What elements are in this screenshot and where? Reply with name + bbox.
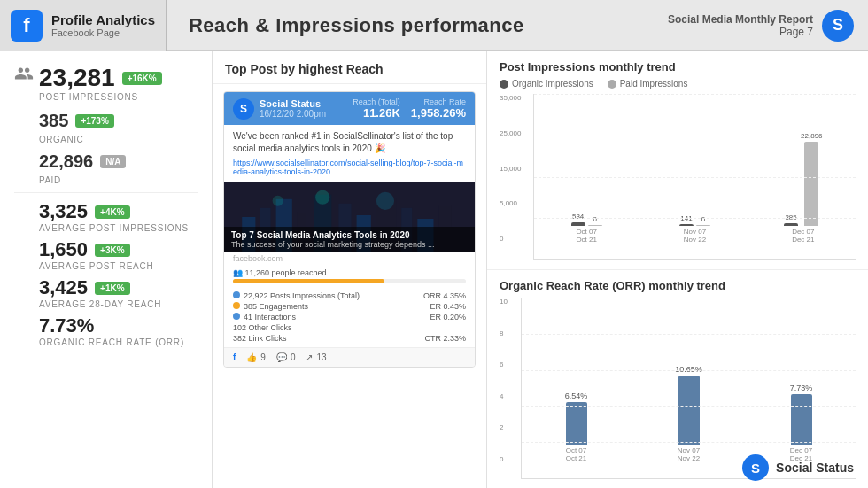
avg-post-impressions-label: AVERAGE POST IMPRESSIONS [14,223,198,233]
stat-label-1: 22,922 Posts Impressions (Total) [233,291,360,300]
bar-pair-nov: 141 0 [679,214,710,226]
orr-grid-top [522,298,856,298]
dec-paid-bar [804,142,818,226]
paid-metric: 22,896 N/A [39,151,198,172]
y-label-0: 0 [500,235,521,243]
people-icon-small: 👥 [233,268,245,277]
reach-stat: Reach (Total) 11.26K [353,97,400,120]
orr-group-oct: 6.54% Oct 07 Oct 21 [529,391,624,462]
post-date: 16/12/20 2:00pm [260,109,326,119]
facebook-icon: f [11,10,43,42]
legend-organic: Organic Impressions [500,79,593,89]
legend-paid: Paid Impressions [608,79,688,89]
footer: S Social Status [742,454,854,481]
impressions-chart-container: 35,000 25,000 15,000 5,000 0 [533,94,856,260]
post-impressions-section: 23,281 +16K% POST IMPRESSIONS [14,64,198,102]
report-info: Social Media Monthly Report Page 7 S [668,10,868,42]
grid-line-top [534,94,856,95]
middle-panel-title: Top Post by highest Reach [213,51,486,84]
post-link[interactable]: https://www.socialsellinator.com/social-… [233,159,466,176]
bar-pair-dec: 385 22,896 [784,132,822,226]
nov-paid-label: 0 [701,215,705,223]
paid-label: PAID [14,175,198,185]
orr-y-axis: 10 8 6 4 2 0 [500,298,508,463]
avg-post-reach-badge: +3K% [95,244,130,257]
left-panel: 23,281 +16K% POST IMPRESSIONS 385 +173% … [0,51,213,488]
svg-point-13 [273,196,283,206]
stat-value-1: ORR 4.35% [423,291,466,300]
post-source: facebook.com [224,252,475,265]
bar-dec-paid: 22,896 [801,132,822,226]
avg-post-reach-row: 1,650 +3K% [14,238,198,261]
orr-dec-date1: Dec 07 [790,446,812,454]
svg-point-12 [315,190,329,205]
impressions-legend: Organic Impressions Paid Impressions [500,79,856,89]
impressions-chart-title: Post Impressions monthly trend [500,60,856,74]
middle-panel: Top Post by highest Reach S Social Statu… [213,51,487,488]
stat-label-3: 41 Interactions [233,313,296,321]
orr-oct-date1: Oct 07 [566,446,587,454]
orr-value: 7.73% [39,314,94,337]
stat-row-2: 385 Engagements ER 0.43% [233,301,466,312]
likes-action[interactable]: 👍 9 [246,352,266,362]
oct-label2: Oct 21 [576,236,597,244]
orr-grid-80 [522,442,856,443]
stat-value-3: ER 0.20% [430,313,466,321]
orr-oct-label: 6.54% [565,391,588,400]
orr-grid-40 [522,370,856,371]
orr-oct-date2: Oct 21 [566,454,587,462]
orr-oct-bar [566,402,587,445]
comments-count: 0 [291,352,296,362]
nov-organic-bar [679,224,694,226]
comments-action[interactable]: 💬 0 [276,352,296,362]
report-line1: Social Media Monthly Report [668,13,813,26]
organic-badge: +173% [75,114,113,128]
post-avatar: S [233,98,254,120]
orr-dec-bar [791,394,812,445]
bar-group-oct: 534 0 Oct 07 Oct 21 [541,213,632,244]
divider1 [14,192,198,193]
stat-value-2: ER 0.43% [430,302,466,311]
orr-bar-area: 6.54% Oct 07 Oct 21 10.65% Nov 07 N [521,298,856,479]
post-impressions-value: 23,281 [39,64,115,92]
post-impressions-label: POST IMPRESSIONS [14,92,198,102]
stat-row-1: 22,922 Posts Impressions (Total) ORR 4.3… [233,290,466,301]
y-axis-labels: 35,000 25,000 15,000 5,000 0 [500,94,521,243]
orr-bar-oct: 6.54% [565,391,588,445]
shares-action[interactable]: ↗ 13 [306,352,326,362]
grid-line-75 [534,218,856,219]
bar-oct-paid: 0 [588,215,602,226]
avg-28day-reach-badge: +1K% [95,282,130,295]
y-label-25k: 25,000 [500,129,521,137]
paid-section: 22,896 N/A [14,151,198,172]
oct-paid-label: 0 [593,215,596,223]
grid-line-50 [534,177,856,178]
post-impressions-badge: +16K% [122,72,162,85]
oct-label1: Oct 07 [576,228,597,236]
avg-post-impressions-value: 3,325 [39,200,88,223]
paid-badge: N/A [100,155,126,168]
post-card-stats: Reach (Total) 11.26K Reach Rate 1,958.26… [353,97,466,120]
orr-y-4: 4 [500,392,508,400]
stat-row-5: 382 Link Clicks CTR 2.33% [233,333,466,344]
organic-metric: 385 +173% [39,111,198,131]
dec-label1: Dec 07 [792,228,814,236]
legend-organic-label: Organic Impressions [512,79,593,89]
fb-icon-small: f [233,352,236,362]
grid-line-25 [534,136,856,136]
orr-chart-title: Organic Reach Rate (ORR) monthly trend [500,279,856,292]
orr-nov-date1: Nov 07 [678,446,700,454]
reach-bar-track [233,279,466,283]
orr-y-0: 0 [500,455,508,463]
avg-post-impressions-row: 3,325 +4K% [14,200,198,223]
orr-grid-20 [522,334,856,335]
stat-value-5: CTR 2.33% [424,334,466,343]
dec-organic-bar [784,223,798,226]
avg-post-reach-label: AVERAGE POST REACH [14,261,198,271]
stat-label-5: 382 Link Clicks [233,334,287,343]
orr-bar-dec: 7.73% [790,383,813,445]
orr-chart-container: 10 8 6 4 2 0 6.5 [521,298,856,479]
orr-y-8: 8 [500,329,508,337]
reach-value: 11.26K [353,106,400,120]
avg-28day-reach-value: 3,425 [39,276,88,299]
